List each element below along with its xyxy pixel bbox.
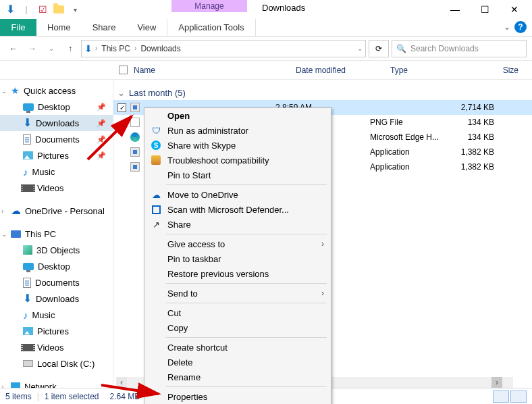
- tree-documents-pc[interactable]: Documents: [0, 274, 113, 291]
- search-icon: 🔍: [396, 44, 406, 53]
- tree-local-disk[interactable]: Local Disk (C:): [0, 355, 113, 372]
- navigation-row: ← → ⌄ ↑ ⬇ › This PC › Downloads ⌄ ⟳ 🔍 Se…: [0, 36, 532, 61]
- file-size: 134 KB: [451, 118, 498, 127]
- thumbnails-view-button[interactable]: [510, 390, 527, 403]
- menu-properties[interactable]: Properties: [144, 389, 331, 404]
- file-type: Microsoft Edge H...: [370, 132, 451, 142]
- column-size[interactable]: Size: [471, 66, 518, 75]
- file-tab[interactable]: File: [0, 19, 36, 36]
- view-tab[interactable]: View: [126, 19, 167, 36]
- menu-open[interactable]: Open: [144, 108, 331, 123]
- menu-send-to[interactable]: Send to›: [144, 286, 331, 301]
- menu-pin-taskbar[interactable]: Pin to taskbar: [144, 251, 331, 266]
- file-type-icon: [128, 147, 142, 157]
- tree-downloads-pc[interactable]: ⬇Downloads: [0, 291, 113, 307]
- properties-qat-icon[interactable]: ☑: [36, 3, 49, 16]
- menu-move-onedrive[interactable]: ☁Move to OneDrive: [144, 187, 331, 202]
- tree-downloads[interactable]: ⬇Downloads📌: [0, 115, 113, 131]
- tree-videos[interactable]: Videos: [0, 180, 113, 196]
- tree-quick-access[interactable]: ⌄★Quick access: [0, 82, 113, 99]
- file-type-icon: [128, 132, 142, 142]
- file-type-icon: [128, 118, 142, 127]
- tree-3d-objects[interactable]: 3D Objects: [0, 242, 113, 258]
- file-size: 1,382 KB: [451, 162, 498, 172]
- defender-icon: [150, 203, 162, 216]
- tree-music[interactable]: ♪Music: [0, 163, 113, 180]
- menu-troubleshoot[interactable]: Troubleshoot compatibility: [144, 153, 331, 168]
- menu-delete[interactable]: Delete: [144, 355, 331, 370]
- tree-desktop[interactable]: Desktop📌: [0, 99, 113, 115]
- navigation-pane: ⌄★Quick access Desktop📌 ⬇Downloads📌 Docu…: [0, 80, 113, 390]
- status-item-count: 5 items: [0, 392, 37, 401]
- tree-pictures-pc[interactable]: Pictures: [0, 323, 113, 339]
- recent-locations-button[interactable]: ⌄: [43, 41, 59, 57]
- file-type: Application: [370, 162, 451, 172]
- application-tools-tab[interactable]: Application Tools: [167, 19, 255, 36]
- back-button[interactable]: ←: [5, 41, 22, 57]
- file-type: PNG File: [370, 118, 451, 127]
- menu-rename[interactable]: Rename: [144, 370, 331, 384]
- menu-give-access[interactable]: Give access to›: [144, 236, 331, 251]
- menu-cut[interactable]: Cut: [144, 305, 331, 320]
- maximize-button[interactable]: ☐: [470, 0, 500, 19]
- refresh-button[interactable]: ⟳: [369, 40, 389, 57]
- address-dropdown-icon[interactable]: ⌄: [357, 45, 363, 52]
- tree-desktop-pc[interactable]: Desktop: [0, 258, 113, 274]
- file-type-icon: [128, 162, 142, 172]
- menu-copy[interactable]: Copy: [144, 320, 331, 335]
- file-size: 134 KB: [451, 132, 498, 142]
- row-checkbox[interactable]: ✓: [117, 103, 126, 112]
- pin-icon: 📌: [97, 135, 106, 144]
- address-bar[interactable]: ⬇ › This PC › Downloads ⌄: [81, 40, 366, 57]
- column-name[interactable]: Name: [134, 66, 296, 75]
- scroll-left-icon[interactable]: ‹: [116, 377, 127, 388]
- group-header-last-month[interactable]: ⌄ Last month (5): [113, 85, 532, 100]
- minimize-button[interactable]: —: [440, 0, 470, 19]
- up-button[interactable]: ↑: [62, 41, 78, 57]
- select-all-checkbox[interactable]: [119, 66, 128, 74]
- pc-icon: ⬇: [84, 44, 92, 53]
- tree-videos-pc[interactable]: Videos: [0, 339, 113, 355]
- onedrive-icon: ☁: [150, 188, 162, 201]
- column-date[interactable]: Date modified: [296, 66, 390, 75]
- qat-customize-icon[interactable]: ▾: [69, 3, 81, 16]
- new-folder-qat-icon[interactable]: [53, 3, 65, 16]
- column-type[interactable]: Type: [390, 66, 471, 75]
- menu-scan-defender[interactable]: Scan with Microsoft Defender...: [144, 202, 331, 217]
- tree-this-pc[interactable]: ⌄This PC: [0, 226, 113, 242]
- contextual-tab-manage[interactable]: Manage: [171, 0, 247, 12]
- share-tab[interactable]: Share: [82, 19, 127, 36]
- help-icon[interactable]: ?: [514, 21, 527, 33]
- chevron-down-icon: ⌄: [117, 88, 125, 98]
- pin-icon: 📌: [97, 151, 106, 160]
- menu-pin-start[interactable]: Pin to Start: [144, 168, 331, 182]
- tree-documents[interactable]: Documents📌: [0, 131, 113, 147]
- title-bar: ⬇ | ☑ ▾ Manage Downloads — ☐ ✕: [0, 0, 532, 19]
- home-tab[interactable]: Home: [36, 19, 82, 36]
- collapse-ribbon-icon[interactable]: ⌄: [504, 22, 510, 32]
- share-icon: ↗: [150, 218, 162, 230]
- tree-pictures[interactable]: Pictures📌: [0, 147, 113, 163]
- menu-run-as-admin[interactable]: 🛡Run as administrator: [144, 123, 331, 138]
- menu-share-skype[interactable]: SShare with Skype: [144, 138, 331, 153]
- file-size: 2,714 KB: [451, 103, 498, 112]
- search-box[interactable]: 🔍 Search Downloads: [392, 40, 527, 57]
- chevron-right-icon[interactable]: ›: [95, 45, 97, 52]
- shield-icon: 🛡: [150, 124, 162, 136]
- troubleshoot-icon: [150, 154, 162, 166]
- menu-share[interactable]: ↗Share: [144, 217, 331, 232]
- submenu-arrow-icon: ›: [321, 288, 324, 298]
- breadcrumb-thispc[interactable]: This PC: [100, 44, 132, 53]
- tree-music-pc[interactable]: ♪Music: [0, 307, 113, 323]
- menu-create-shortcut[interactable]: Create shortcut: [144, 340, 331, 355]
- menu-restore-versions[interactable]: Restore previous versions: [144, 266, 331, 281]
- forward-button[interactable]: →: [24, 41, 41, 57]
- breadcrumb-downloads[interactable]: Downloads: [139, 44, 182, 53]
- search-placeholder: Search Downloads: [410, 44, 479, 53]
- scroll-right-icon[interactable]: ›: [491, 377, 502, 388]
- chevron-right-icon[interactable]: ›: [134, 45, 136, 52]
- details-view-button[interactable]: [493, 390, 509, 403]
- quick-access-toolbar: ⬇ | ☑ ▾: [0, 3, 81, 16]
- tree-onedrive[interactable]: ›☁OneDrive - Personal: [0, 203, 113, 219]
- close-button[interactable]: ✕: [500, 0, 529, 19]
